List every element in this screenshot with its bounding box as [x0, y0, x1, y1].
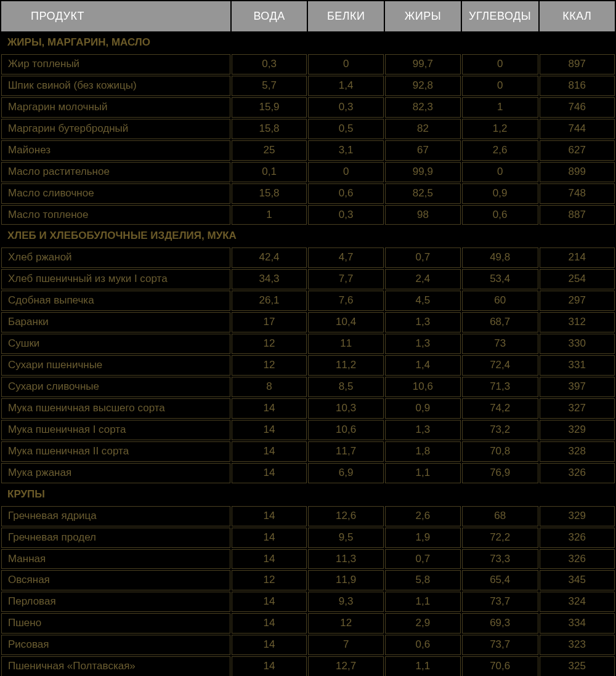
product-name: Пшено: [1, 613, 230, 634]
protein-value: 10,3: [308, 398, 384, 419]
table-row: Масло растительное0,1099,90899: [1, 162, 615, 182]
product-name: Овсяная: [1, 570, 230, 590]
fat-value: 2,4: [385, 269, 461, 289]
kcal-value: 254: [540, 269, 615, 289]
kcal-value: 324: [540, 592, 615, 612]
carbs-value: 73,2: [462, 420, 538, 440]
kcal-value: 816: [540, 76, 615, 96]
section-title: КРУПЫ: [1, 485, 615, 505]
protein-value: 12,7: [308, 656, 384, 676]
fat-value: 2,9: [385, 613, 461, 634]
product-name: Гречневая ядрица: [1, 506, 230, 526]
carbs-value: 1,2: [462, 119, 538, 139]
fat-value: 4,5: [385, 291, 461, 311]
table-row: Сдобная выпечка26,17,64,560297: [1, 291, 615, 311]
water-value: 14: [232, 613, 307, 634]
kcal-value: 329: [540, 506, 615, 526]
carbs-value: 65,4: [462, 570, 538, 590]
product-name: Манная: [1, 549, 230, 569]
table-row: Майонез253,1672,6627: [1, 140, 615, 161]
protein-value: 0,3: [308, 205, 384, 225]
header-row: ПРОДУКТ ВОДА БЕЛКИ ЖИРЫ УГЛЕВОДЫ ККАЛ: [1, 1, 615, 31]
kcal-value: 328: [540, 441, 615, 462]
fat-value: 1,9: [385, 528, 461, 548]
protein-value: 3,1: [308, 140, 384, 161]
carbs-value: 0,6: [462, 205, 538, 225]
kcal-value: 897: [540, 54, 615, 74]
table-row: Овсяная1211,95,865,4345: [1, 570, 615, 590]
protein-value: 8,5: [308, 377, 384, 397]
product-name: Мука пшеничная высшего сорта: [1, 398, 230, 419]
water-value: 12: [232, 570, 307, 590]
protein-value: 7: [308, 635, 384, 655]
fat-value: 1,4: [385, 355, 461, 376]
kcal-value: 331: [540, 355, 615, 376]
product-name: Сдобная выпечка: [1, 291, 230, 311]
kcal-value: 214: [540, 247, 615, 268]
col-water: ВОДА: [232, 1, 307, 31]
carbs-value: 74,2: [462, 398, 538, 419]
table-row: Сухари сливочные88,510,671,3397: [1, 377, 615, 397]
carbs-value: 68,7: [462, 312, 538, 332]
kcal-value: 899: [540, 162, 615, 182]
protein-value: 10,4: [308, 312, 384, 332]
water-value: 5,7: [232, 76, 307, 96]
table-row: Рисовая1470,673,7323: [1, 635, 615, 655]
water-value: 14: [232, 398, 307, 419]
product-name: Масло растительное: [1, 162, 230, 182]
kcal-value: 330: [540, 334, 615, 354]
section-row: ХЛЕБ И ХЛЕБОБУЛОЧНЫЕ ИЗДЕЛИЯ, МУКА: [1, 226, 615, 246]
kcal-value: 345: [540, 570, 615, 590]
fat-value: 1,3: [385, 334, 461, 354]
section-row: ЖИРЫ, МАРГАРИН, МАСЛО: [1, 33, 615, 53]
table-row: Мука пшеничная II сорта1411,71,870,8328: [1, 441, 615, 462]
carbs-value: 76,9: [462, 463, 538, 483]
protein-value: 7,7: [308, 269, 384, 289]
kcal-value: 627: [540, 140, 615, 161]
product-name: Майонез: [1, 140, 230, 161]
fat-value: 1,1: [385, 592, 461, 612]
table-row: Шпик свиной (без кожицы)5,71,492,80816: [1, 76, 615, 96]
protein-value: 11,3: [308, 549, 384, 569]
water-value: 14: [232, 549, 307, 569]
carbs-value: 69,3: [462, 613, 538, 634]
table-row: Перловая149,31,173,7324: [1, 592, 615, 612]
fat-value: 5,8: [385, 570, 461, 590]
table-row: Мука пшеничная I сорта1410,61,373,2329: [1, 420, 615, 440]
fat-value: 1,1: [385, 463, 461, 483]
fat-value: 2,6: [385, 506, 461, 526]
carbs-value: 73: [462, 334, 538, 354]
fat-value: 10,6: [385, 377, 461, 397]
water-value: 15,8: [232, 183, 307, 204]
col-kcal: ККАЛ: [540, 1, 615, 31]
carbs-value: 73,7: [462, 592, 538, 612]
water-value: 15,9: [232, 97, 307, 118]
kcal-value: 323: [540, 635, 615, 655]
table-row: Манная1411,30,773,3326: [1, 549, 615, 569]
kcal-value: 887: [540, 205, 615, 225]
product-name: Хлеб пшеничный из муки I сорта: [1, 269, 230, 289]
carbs-value: 49,8: [462, 247, 538, 268]
section-row: КРУПЫ: [1, 485, 615, 505]
kcal-value: 744: [540, 119, 615, 139]
carbs-value: 0: [462, 76, 538, 96]
fat-value: 0,6: [385, 635, 461, 655]
table-row: Маргарин бутербродный15,80,5821,2744: [1, 119, 615, 139]
table-row: Гречневая ядрица1412,62,668329: [1, 506, 615, 526]
protein-value: 0,6: [308, 183, 384, 204]
water-value: 17: [232, 312, 307, 332]
product-name: Сухари сливочные: [1, 377, 230, 397]
water-value: 34,3: [232, 269, 307, 289]
carbs-value: 71,3: [462, 377, 538, 397]
protein-value: 11: [308, 334, 384, 354]
carbs-value: 70,6: [462, 656, 538, 676]
protein-value: 7,6: [308, 291, 384, 311]
kcal-value: 325: [540, 656, 615, 676]
protein-value: 9,3: [308, 592, 384, 612]
protein-value: 11,7: [308, 441, 384, 462]
water-value: 14: [232, 506, 307, 526]
water-value: 14: [232, 441, 307, 462]
table-row: Сухари пшеничные1211,21,472,4331: [1, 355, 615, 376]
water-value: 0,3: [232, 54, 307, 74]
fat-value: 1,8: [385, 441, 461, 462]
